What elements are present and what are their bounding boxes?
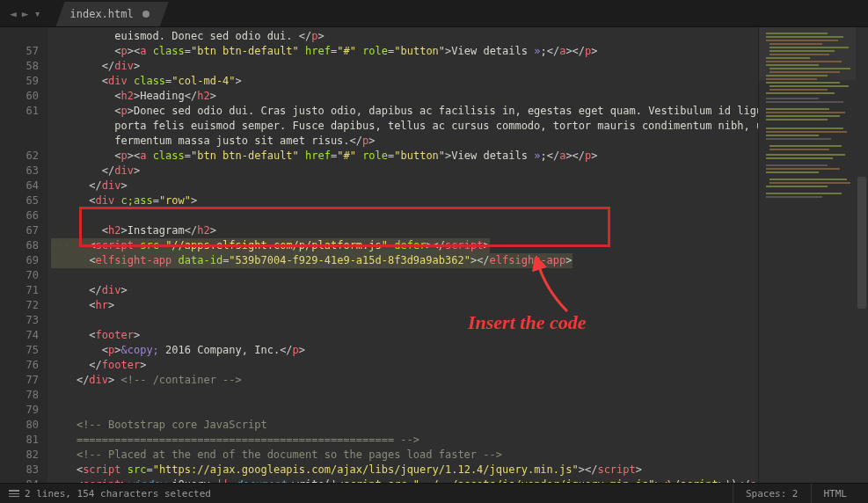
svg-rect-31 [766, 157, 833, 159]
status-bar: 2 lines, 154 characters selected Spaces:… [0, 483, 868, 503]
svg-rect-22 [766, 115, 840, 117]
svg-rect-26 [766, 135, 819, 136]
svg-rect-35 [770, 179, 847, 180]
svg-rect-7 [766, 57, 810, 59]
svg-rect-14 [766, 82, 840, 84]
status-selection[interactable]: 2 lines, 154 characters selected [9, 484, 223, 503]
svg-rect-19 [766, 101, 843, 103]
minimap[interactable] [758, 27, 856, 483]
svg-rect-28 [770, 145, 842, 147]
svg-rect-9 [766, 64, 819, 66]
tab-index-html[interactable]: index.html [55, 2, 168, 26]
svg-rect-27 [766, 138, 831, 140]
svg-rect-0 [766, 33, 828, 34]
svg-rect-21 [766, 112, 845, 113]
svg-rect-23 [766, 119, 828, 120]
svg-rect-5 [770, 50, 835, 52]
code-editor[interactable]: euismod. Donec sed odio dui. </p> <p><a … [47, 27, 758, 483]
svg-rect-11 [770, 71, 840, 73]
code-content: euismod. Donec sed odio dui. </p> <p><a … [47, 27, 758, 483]
nav-forward-icon[interactable]: ► [19, 7, 32, 20]
svg-rect-29 [770, 149, 829, 150]
svg-rect-16 [770, 89, 828, 91]
vertical-scrollbar[interactable] [856, 27, 868, 483]
tab-bar: ◄ ► ▾ index.html [0, 0, 868, 27]
svg-rect-2 [766, 40, 838, 41]
svg-rect-12 [766, 75, 828, 77]
svg-rect-1 [766, 36, 843, 38]
svg-rect-3 [770, 43, 822, 45]
status-indent[interactable]: Spaces: 2 [733, 484, 811, 503]
svg-rect-6 [770, 54, 829, 55]
svg-rect-15 [770, 85, 849, 87]
status-selection-text: 2 lines, 154 characters selected [25, 488, 211, 499]
nav-arrows: ◄ ► ▾ [0, 0, 50, 26]
svg-rect-13 [766, 78, 817, 80]
minimap-content-icon [762, 31, 850, 224]
svg-rect-20 [766, 108, 829, 110]
svg-rect-37 [766, 186, 828, 187]
svg-rect-38 [766, 193, 842, 194]
svg-rect-33 [766, 168, 840, 170]
svg-rect-8 [766, 61, 842, 62]
svg-rect-30 [766, 154, 845, 156]
nav-back-icon[interactable]: ◄ [7, 7, 19, 20]
tab-filename: index.html [69, 8, 133, 20]
svg-rect-24 [766, 128, 843, 129]
svg-rect-17 [766, 92, 835, 94]
svg-rect-25 [766, 131, 847, 133]
app-window: ◄ ► ▾ index.html 57585960616263646566676… [0, 0, 868, 503]
nav-dropdown-icon[interactable]: ▾ [32, 7, 44, 20]
svg-rect-34 [766, 171, 819, 173]
svg-rect-4 [770, 47, 849, 48]
svg-rect-18 [766, 98, 819, 99]
svg-rect-39 [766, 196, 822, 198]
status-syntax[interactable]: HTML [811, 484, 860, 503]
scrollbar-thumb[interactable] [857, 177, 866, 309]
editor-area: 5758596061626364656667686970717273747576… [0, 27, 868, 483]
lines-icon [9, 490, 19, 498]
svg-rect-32 [766, 164, 828, 166]
svg-rect-36 [770, 182, 850, 184]
tab-dirty-indicator-icon [142, 11, 150, 18]
line-number-gutter: 5758596061626364656667686970717273747576… [0, 27, 47, 483]
svg-rect-10 [770, 68, 850, 69]
